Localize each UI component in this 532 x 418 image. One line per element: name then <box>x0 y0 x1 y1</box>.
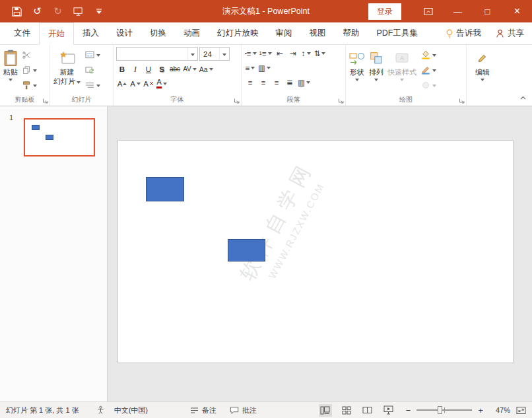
notes-button[interactable]: 备注 <box>190 405 216 415</box>
columns-button[interactable]: ▥ <box>297 76 311 88</box>
reset-icon <box>85 66 94 75</box>
touch-mouse-mode-button[interactable] <box>68 0 88 22</box>
numbering-button[interactable]: 1 ≡ <box>259 47 273 59</box>
rectangle-shape-1[interactable] <box>146 177 184 201</box>
tell-me-button[interactable]: 告诉我 <box>446 28 482 39</box>
text-direction-button[interactable]: ⇅ <box>314 47 327 59</box>
reset-button[interactable] <box>83 63 102 77</box>
align-left-button[interactable]: ≡ <box>244 76 256 88</box>
shape-effects-button[interactable] <box>419 79 438 92</box>
customize-quick-access-button[interactable] <box>88 0 109 22</box>
font-color-button[interactable]: A <box>156 77 168 90</box>
tab-design[interactable]: 设计 <box>108 22 141 44</box>
underline-button[interactable]: U <box>143 63 154 75</box>
eraser-icon <box>149 81 154 86</box>
shapes-button[interactable]: 形状 <box>347 47 367 94</box>
save-button[interactable] <box>7 0 27 22</box>
new-slide-button[interactable]: 新建 幻灯片 <box>51 47 83 94</box>
redo-button[interactable]: ↻ <box>48 0 68 22</box>
italic-button[interactable]: I <box>129 63 141 75</box>
justify-button[interactable]: ≣ <box>284 76 296 88</box>
strikethrough-button[interactable]: abc <box>169 63 181 75</box>
minimize-button[interactable]: — <box>443 0 473 22</box>
slide-show-button[interactable] <box>382 404 395 417</box>
tab-file[interactable]: 文件 <box>5 22 39 44</box>
undo-button[interactable]: ↺ <box>27 0 48 22</box>
decrease-indent-button[interactable]: ⇤ <box>274 47 286 59</box>
clear-formatting-button[interactable]: A <box>143 77 154 90</box>
tab-transitions[interactable]: 切换 <box>141 22 175 44</box>
line-spacing-button[interactable]: ↕ <box>300 47 312 59</box>
clipboard-dialog-launcher[interactable] <box>42 98 48 104</box>
section-button[interactable] <box>83 79 102 92</box>
ribbon-display-options-button[interactable] <box>413 0 443 22</box>
normal-view-button[interactable] <box>319 404 332 417</box>
tab-animations[interactable]: 动画 <box>175 22 209 44</box>
comments-button[interactable]: 批注 <box>230 405 257 415</box>
shrink-font-button[interactable]: A <box>129 77 141 90</box>
increase-indent-button[interactable]: ⇥ <box>287 47 299 59</box>
zoom-in-button[interactable]: + <box>478 405 483 415</box>
reading-view-button[interactable] <box>361 404 374 417</box>
align-center-button[interactable]: ≡ <box>257 76 269 88</box>
dropdown-arrow-icon <box>355 79 359 81</box>
align-text-button[interactable]: ≡ <box>244 61 256 74</box>
sign-in-button[interactable]: 登录 <box>368 3 401 20</box>
text-shadow-button[interactable]: S <box>156 63 168 75</box>
share-button[interactable]: 共享 <box>496 28 524 39</box>
tab-insert[interactable]: 插入 <box>74 22 108 44</box>
slide-canvas[interactable]: 软件自学网 WWW.RJZXW.COM <box>117 140 514 363</box>
font-name-combobox[interactable] <box>116 47 198 61</box>
fit-slide-to-window-button[interactable] <box>516 406 526 415</box>
collapse-ribbon-button[interactable] <box>519 95 527 100</box>
tab-review[interactable]: 审阅 <box>267 22 301 44</box>
format-painter-button[interactable] <box>20 79 39 92</box>
dropdown-arrow-icon <box>77 81 81 84</box>
slide-sorter-view-button[interactable] <box>340 404 353 417</box>
new-slide-label-line2: 幻灯片 <box>53 77 75 85</box>
bold-button[interactable]: B <box>116 63 128 75</box>
font-dialog-launcher[interactable] <box>234 98 240 104</box>
cut-button[interactable] <box>20 48 39 61</box>
maximize-button[interactable]: □ <box>473 0 502 22</box>
change-case-button[interactable]: Aa <box>199 63 214 75</box>
close-button[interactable]: × <box>502 0 532 22</box>
tab-view[interactable]: 视图 <box>301 22 335 44</box>
drawing-dialog-launcher[interactable] <box>459 98 465 104</box>
grow-font-button[interactable]: A <box>116 77 128 90</box>
shape-fill-icon <box>421 50 430 59</box>
tab-help[interactable]: 帮助 <box>335 22 368 44</box>
tab-home[interactable]: 开始 <box>39 22 74 45</box>
quick-styles-button[interactable]: A 快速样式 <box>385 47 418 94</box>
dropdown-arrow-icon <box>321 52 325 55</box>
language-status[interactable]: 中文(中国) <box>114 405 148 415</box>
character-spacing-button[interactable]: AV <box>182 63 197 75</box>
convert-to-smartart-button[interactable]: ▥ <box>257 61 271 74</box>
dropdown-arrow-icon <box>191 53 195 56</box>
accessibility-status-button[interactable] <box>96 405 105 415</box>
character-spacing-label: AV <box>183 65 191 73</box>
paragraph-dialog-launcher[interactable] <box>338 98 344 104</box>
tab-slide-show[interactable]: 幻灯片放映 <box>209 22 267 44</box>
bullets-button[interactable]: • ≡ <box>244 47 257 59</box>
dropdown-arrow-icon <box>400 79 404 81</box>
tab-pdf-tools[interactable]: PDF工具集 <box>368 22 427 44</box>
copy-button[interactable] <box>20 63 39 77</box>
editing-button[interactable]: 编辑 <box>473 47 492 94</box>
comments-label: 批注 <box>242 405 257 415</box>
rectangle-shape-2[interactable] <box>228 239 265 261</box>
increase-indent-icon: ⇥ <box>290 49 296 58</box>
paste-button[interactable]: 粘贴 <box>1 47 20 94</box>
align-center-icon: ≡ <box>261 79 266 87</box>
zoom-slider[interactable] <box>416 409 472 411</box>
arrange-button[interactable]: 排列 <box>367 47 385 94</box>
shape-fill-button[interactable] <box>419 48 438 61</box>
zoom-out-button[interactable]: − <box>406 405 411 415</box>
zoom-slider-thumb[interactable] <box>438 406 442 414</box>
zoom-percentage[interactable]: 47% <box>489 406 510 414</box>
shape-outline-button[interactable] <box>419 63 438 77</box>
align-right-button[interactable]: ≡ <box>271 76 283 88</box>
layout-button[interactable] <box>83 48 102 61</box>
font-size-combobox[interactable]: 24 <box>199 47 230 61</box>
slide-thumbnail[interactable] <box>24 118 95 157</box>
